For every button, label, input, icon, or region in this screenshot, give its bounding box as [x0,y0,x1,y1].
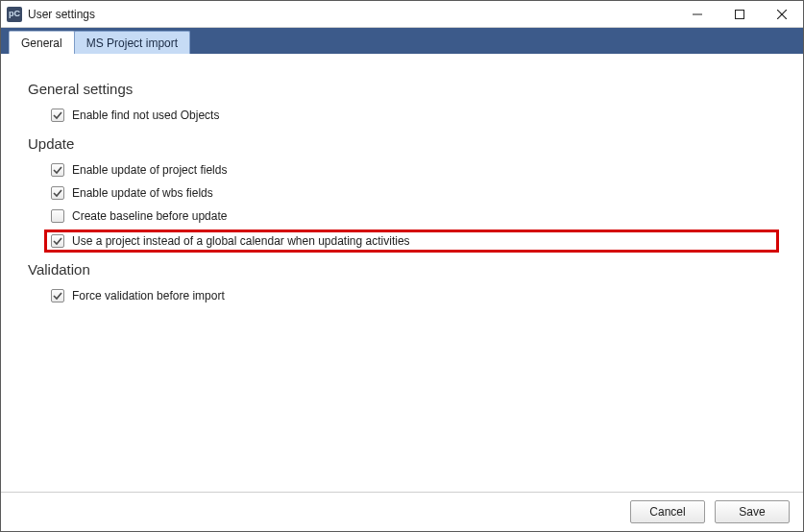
option-label: Enable update of project fields [72,163,227,177]
tab-msproject[interactable]: MS Project import [74,31,190,54]
section-general-heading: General settings [28,81,776,97]
minimize-button[interactable] [676,1,719,28]
option-label: Force validation before import [72,289,225,302]
checkbox-icon[interactable] [51,186,64,200]
footer: Cancel Save [1,492,803,531]
cancel-button[interactable]: Cancel [630,500,705,523]
option-label: Create baseline before update [72,209,227,223]
maximize-icon [735,10,744,19]
option-create-baseline[interactable]: Create baseline before update [47,207,776,225]
window-title: User settings [28,8,95,21]
save-button-label: Save [739,505,765,519]
option-label: Enable update of wbs fields [72,186,213,200]
checkbox-icon[interactable] [51,209,64,223]
titlebar: pC User settings [1,1,803,28]
option-enable-update-wbs[interactable]: Enable update of wbs fields [47,184,776,202]
tab-general-label: General [21,36,62,50]
option-force-validation[interactable]: Force validation before import [47,287,776,304]
section-update-heading: Update [28,135,776,152]
option-enable-update-project[interactable]: Enable update of project fields [47,161,776,179]
checkbox-icon[interactable] [51,234,64,248]
close-icon [777,10,787,19]
checkbox-icon[interactable] [51,109,64,122]
option-enable-find-not-used[interactable]: Enable find not used Objects [47,107,776,124]
settings-window: pC User settings General MS Project impo… [0,0,804,532]
checkbox-icon[interactable] [51,289,64,302]
maximize-button[interactable] [719,1,761,28]
option-label: Enable find not used Objects [72,109,219,122]
tabstrip: General MS Project import [1,28,803,54]
close-button[interactable] [761,1,803,28]
content-area: General settings Enable find not used Ob… [1,54,803,492]
checkbox-icon[interactable] [51,163,64,177]
tab-general[interactable]: General [9,31,75,54]
section-validation-heading: Validation [28,261,776,278]
app-icon: pC [7,7,22,22]
minimize-icon [693,10,702,19]
option-use-project-calendar[interactable]: Use a project instead of a global calend… [47,232,776,250]
option-label: Use a project instead of a global calend… [72,234,410,248]
tab-msproject-label: MS Project import [86,36,178,50]
save-button[interactable]: Save [715,500,790,523]
cancel-button-label: Cancel [649,505,685,519]
svg-rect-1 [736,10,744,18]
